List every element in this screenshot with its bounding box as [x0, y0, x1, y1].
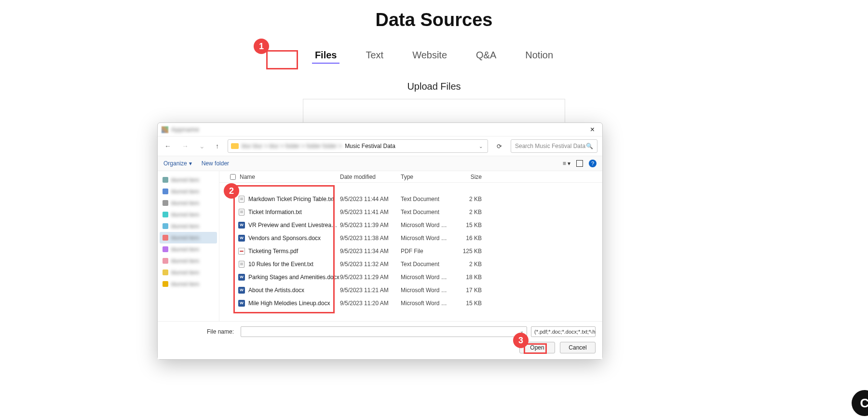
sidebar-item[interactable]: blurred item [160, 209, 217, 220]
word-file-icon: W [238, 222, 245, 229]
nav-history-chevron-icon[interactable]: ⌄ [197, 141, 207, 151]
file-row[interactable]: Ticketing Terms.pdf9/5/2023 11:34 AMPDF … [219, 244, 602, 257]
sidebar-item-icon [163, 258, 168, 264]
view-list-icon[interactable]: ≡ ▾ [563, 160, 570, 167]
dialog-titlebar: Appname × [158, 123, 602, 136]
sidebar-item[interactable]: blurred item [160, 267, 217, 278]
file-type-filter[interactable]: (*.pdf;*.doc;*.docx;*.txt;*.h ⌄ [531, 326, 596, 337]
sidebar-item-label-blurred: blurred item [171, 200, 199, 206]
address-chevron-icon[interactable]: ⌄ [477, 144, 485, 149]
file-row[interactable]: WAbout the Artists.docx9/5/2023 11:21 AM… [219, 283, 602, 297]
help-icon[interactable]: ? [589, 160, 597, 167]
file-row[interactable]: WVendors and Sponsors.docx9/5/2023 11:38… [219, 231, 602, 244]
tab-qa[interactable]: Q&A [473, 48, 499, 64]
column-header-name[interactable]: Name [238, 174, 340, 180]
tab-notion[interactable]: Notion [522, 48, 556, 64]
open-button[interactable]: Open [519, 342, 555, 353]
text-file-icon [239, 209, 244, 216]
file-type: Microsoft Word D... [401, 222, 450, 229]
sidebar-item[interactable]: blurred item [160, 197, 217, 209]
file-list: Name Date modified Type Size Markdown Ti… [219, 171, 602, 321]
nav-forward-icon[interactable]: → [180, 141, 190, 151]
sidebar-item-label-blurred: blurred item [171, 235, 199, 241]
file-name: About the Artists.docx [248, 287, 340, 294]
file-row[interactable]: WParking Stages and Amenities.docx9/5/20… [219, 270, 602, 283]
close-icon[interactable]: × [586, 125, 598, 134]
organize-button[interactable]: Organize▾ [163, 160, 192, 167]
file-date: 9/5/2023 11:29 AM [340, 274, 401, 281]
file-name: Ticketing Terms.pdf [248, 248, 340, 255]
file-size: 18 KB [450, 274, 482, 281]
file-row[interactable]: WVR Preview and Event Livestream.docx9/5… [219, 218, 602, 231]
sidebar-item[interactable]: blurred item [160, 243, 217, 255]
sidebar-item-icon [163, 189, 168, 194]
nav-back-icon[interactable]: ← [163, 141, 173, 151]
app-name-blurred: Appname [171, 126, 199, 133]
sidebar-item-icon [163, 270, 168, 275]
file-open-dialog: Appname × ← → ⌄ ↑ blur blur > blur > fol… [157, 122, 603, 360]
file-type: PDF File [401, 248, 450, 255]
word-file-icon: W [238, 274, 245, 281]
file-row[interactable]: Markdown Ticket Pricing Table.txt9/5/202… [219, 192, 602, 205]
sidebar-item-label-blurred: blurred item [171, 258, 199, 264]
new-folder-button[interactable]: New folder [202, 160, 229, 167]
sidebar-item-label-blurred: blurred item [171, 177, 199, 183]
upload-files-heading: Upload Files [0, 81, 868, 92]
sidebar-item-icon [163, 223, 168, 229]
nav-up-icon[interactable]: ↑ [214, 141, 221, 151]
search-icon: 🔍 [586, 143, 593, 149]
column-header-date[interactable]: Date modified [340, 174, 401, 180]
sidebar-item-label-blurred: blurred item [171, 270, 199, 275]
tab-files[interactable]: Files [312, 48, 340, 64]
sidebar-item-label-blurred: blurred item [171, 281, 199, 287]
address-path-blurred: blur blur > blur > folder > folder folde… [242, 143, 342, 149]
chevron-down-icon: ▾ [189, 160, 192, 167]
sidebar-item[interactable]: blurred item [160, 220, 217, 232]
file-type: Microsoft Word D... [401, 274, 450, 281]
file-row[interactable]: WMile High Melodies Lineup.docx9/5/2023 … [219, 297, 602, 310]
file-date: 9/5/2023 11:34 AM [340, 248, 401, 255]
file-size: 17 KB [450, 287, 482, 294]
sidebar-item[interactable]: blurred item [160, 186, 217, 197]
address-current-folder: Music Festival Data [345, 143, 395, 149]
sidebar-item[interactable]: blurred item [160, 278, 217, 290]
address-bar[interactable]: blur blur > blur > folder > folder folde… [228, 139, 488, 153]
sidebar-item-icon [163, 212, 168, 217]
floating-chat-icon[interactable]: C [852, 390, 868, 416]
refresh-icon[interactable]: ⟳ [495, 143, 504, 150]
tab-website[interactable]: Website [409, 48, 450, 64]
column-header-type[interactable]: Type [401, 174, 450, 180]
sidebar-item-label-blurred: blurred item [171, 212, 199, 217]
select-all-checkbox[interactable] [228, 174, 238, 180]
tab-text[interactable]: Text [363, 48, 386, 64]
sidebar-item[interactable]: blurred item [160, 232, 217, 243]
file-row[interactable]: 10 Rules for the Event.txt9/5/2023 11:32… [219, 257, 602, 270]
word-file-icon: W [238, 300, 245, 307]
filename-input[interactable]: ⌄ [241, 326, 527, 337]
file-date: 9/5/2023 11:38 AM [340, 235, 401, 242]
file-name: Parking Stages and Amenities.docx [248, 274, 340, 281]
sidebar-item[interactable]: blurred item [160, 255, 217, 267]
file-size: 2 KB [450, 196, 482, 202]
preview-pane-icon[interactable] [576, 160, 583, 167]
file-type: Microsoft Word D... [401, 300, 450, 307]
sidebar-item[interactable]: blurred item [160, 174, 217, 186]
file-size: 15 KB [450, 300, 482, 307]
filename-combo-chevron-icon[interactable]: ⌄ [520, 328, 524, 334]
file-type: Microsoft Word D... [401, 287, 450, 294]
file-date: 9/5/2023 11:32 AM [340, 261, 401, 268]
file-name: Mile High Melodies Lineup.docx [248, 300, 340, 307]
sidebar-item-icon [163, 235, 168, 241]
text-file-icon [239, 196, 244, 202]
search-placeholder: Search Music Festival Data [515, 143, 585, 149]
file-type: Microsoft Word D... [401, 235, 450, 242]
file-name: 10 Rules for the Event.txt [248, 261, 340, 268]
file-name: Ticket Information.txt [248, 209, 340, 216]
cancel-button[interactable]: Cancel [560, 342, 596, 353]
sidebar-item-icon [163, 246, 168, 252]
pdf-file-icon [238, 248, 245, 255]
search-input[interactable]: Search Music Festival Data 🔍 [511, 139, 597, 153]
file-row[interactable]: Ticket Information.txt9/5/2023 11:41 AMT… [219, 205, 602, 218]
text-file-icon [239, 261, 244, 268]
column-header-size[interactable]: Size [450, 174, 482, 180]
